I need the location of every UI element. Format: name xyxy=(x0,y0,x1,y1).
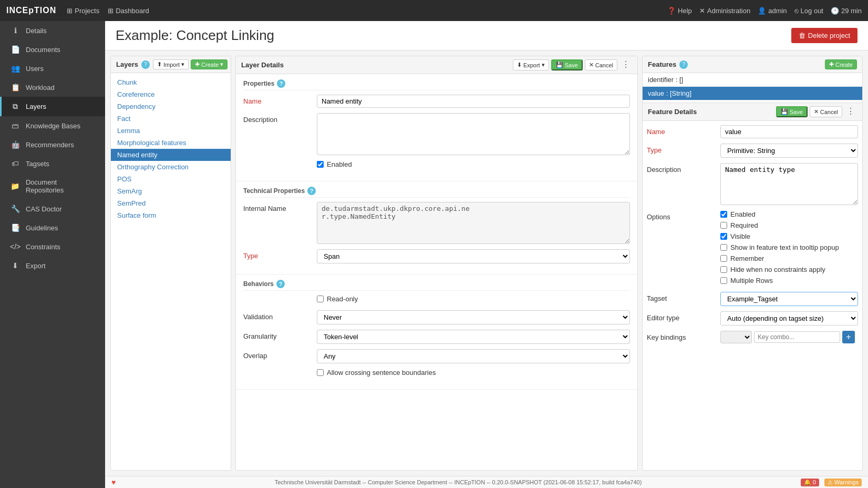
feature-item-identifier[interactable]: identifier : [] xyxy=(643,73,862,87)
layers-panel-title: Layers xyxy=(116,60,138,68)
features-help-icon[interactable]: ? xyxy=(679,60,688,69)
opt-visible-checkbox[interactable] xyxy=(720,233,727,240)
fd-type-select[interactable]: Primitive: String Primitive: Integer Pri… xyxy=(720,144,858,158)
sidebar-item-knowledge-bases[interactable]: 🗃 Knowledge Bases xyxy=(0,116,105,135)
description-textarea[interactable] xyxy=(317,113,630,155)
granularity-select[interactable]: Token-level Character-level xyxy=(317,330,630,344)
features-panel-header: Features ? ✚ Create xyxy=(643,56,862,73)
details-icon: ℹ xyxy=(10,26,20,35)
sidebar-item-users[interactable]: 👥 Users xyxy=(0,59,105,78)
layers-import-button[interactable]: ⬆ Import ▾ xyxy=(153,59,189,69)
help-link[interactable]: ❓ Help xyxy=(667,7,692,15)
feature-cancel-button[interactable]: ✕ Cancel xyxy=(810,106,842,117)
opt-remember-checkbox[interactable] xyxy=(720,255,727,262)
logout-link[interactable]: ⎋ Log out xyxy=(794,7,823,15)
sidebar-label-details: Details xyxy=(26,27,47,35)
layer-details-kebab[interactable]: ⋮ xyxy=(619,59,632,70)
feature-save-button[interactable]: 💾 Save xyxy=(776,106,808,117)
overlap-select[interactable]: Any None Overlap only xyxy=(317,349,630,363)
fd-key-bindings-row: Key bindings + xyxy=(647,331,858,343)
layer-save-button[interactable]: 💾 Save xyxy=(551,59,583,70)
sidebar-item-workload[interactable]: 📋 Workload xyxy=(0,78,105,97)
feature-save-icon: 💾 xyxy=(781,108,788,115)
sidebar-item-tagsets[interactable]: 🏷 Tagsets xyxy=(0,154,105,173)
technical-help-icon[interactable]: ? xyxy=(307,187,316,195)
status-text: Technische Universität Darmstadt -- Comp… xyxy=(275,479,642,485)
opt-required-row: Required xyxy=(720,221,839,229)
layer-item-named-entity[interactable]: Named entity xyxy=(111,149,231,161)
crossing-checkbox[interactable] xyxy=(317,369,324,376)
fd-options-row: Options Enabled Required xyxy=(647,210,858,287)
layer-item-fact[interactable]: Fact xyxy=(111,113,231,125)
opt-hide-text: Hide when no constraints apply xyxy=(730,266,825,273)
layer-item-chunk[interactable]: Chunk xyxy=(111,76,231,88)
save-icon: 💾 xyxy=(556,62,563,68)
opt-required-checkbox[interactable] xyxy=(720,222,727,229)
sidebar-item-document-repositories[interactable]: 📁 Document Repositories xyxy=(0,173,105,199)
sidebar-item-layers[interactable]: ⧉ Layers xyxy=(0,97,105,116)
fd-key-combo-input[interactable] xyxy=(754,331,840,343)
sidebar-item-guidelines[interactable]: 📑 Guidelines xyxy=(0,218,105,237)
enabled-checkbox[interactable] xyxy=(317,161,324,168)
layer-item-orthography[interactable]: Orthography Correction xyxy=(111,161,231,173)
layer-item-lemma[interactable]: Lemma xyxy=(111,125,231,137)
layer-cancel-button[interactable]: ✕ Cancel xyxy=(585,59,617,70)
type-select[interactable]: Span Relation Chain xyxy=(317,249,630,263)
features-create-button[interactable]: ✚ Create xyxy=(825,59,857,69)
export-icon: ⬇ xyxy=(10,261,20,270)
layer-item-surface[interactable]: Surface form xyxy=(111,209,231,221)
feature-details-kebab[interactable]: ⋮ xyxy=(844,106,857,117)
feature-item-value[interactable]: value : [String] xyxy=(643,87,862,100)
fd-key-modifier-select[interactable] xyxy=(720,331,752,343)
layers-help-icon[interactable]: ? xyxy=(141,60,150,69)
fd-name-row: Name xyxy=(647,125,858,138)
fd-name-input[interactable] xyxy=(720,125,858,138)
fd-type-label: Type xyxy=(647,144,715,154)
validation-select[interactable]: Never Always On save xyxy=(317,310,630,324)
description-row: Description xyxy=(243,113,630,155)
layer-details-title: Layer Details xyxy=(241,61,284,69)
nav-projects[interactable]: ⊞ Projects xyxy=(67,7,99,15)
opt-hide-checkbox[interactable] xyxy=(720,266,727,273)
sidebar-label-users: Users xyxy=(26,65,44,73)
sidebar-item-documents[interactable]: 📄 Documents xyxy=(0,40,105,59)
enabled-checkbox-row: Enabled xyxy=(317,160,352,168)
fd-key-add-button[interactable]: + xyxy=(842,331,855,343)
layer-item-coreference[interactable]: Coreference xyxy=(111,88,231,100)
opt-tooltip-checkbox[interactable] xyxy=(720,244,727,251)
layer-item-sempred[interactable]: SemPred xyxy=(111,197,231,209)
warnings-badge[interactable]: ⚠ Warnings xyxy=(824,479,862,486)
sidebar-item-details[interactable]: ℹ Details xyxy=(0,21,105,40)
layer-item-morphological[interactable]: Morphological features xyxy=(111,137,231,149)
layer-item-pos[interactable]: POS xyxy=(111,173,231,185)
delete-project-button[interactable]: 🗑 Delete project xyxy=(791,28,857,43)
internal-name-input: de.tudarmstadt.ukp.dkpro.core.api.ne r.t… xyxy=(317,202,630,244)
readonly-checkbox[interactable] xyxy=(317,296,324,302)
fd-tagset-select[interactable]: Example_Tagset xyxy=(720,292,858,306)
behaviors-help-icon[interactable]: ? xyxy=(276,280,285,288)
layers-create-button[interactable]: ✚ Create ▾ xyxy=(191,59,228,69)
nav-dashboard[interactable]: ⊞ Dashboard xyxy=(108,7,149,15)
opt-enabled-checkbox[interactable] xyxy=(720,211,727,218)
sidebar-item-cas-doctor[interactable]: 🔧 CAS Doctor xyxy=(0,199,105,218)
layer-item-dependency[interactable]: Dependency xyxy=(111,100,231,113)
session-time: 🕐 29 min xyxy=(831,7,862,15)
content-header: Example: Concept Linking 🗑 Delete projec… xyxy=(105,21,868,50)
tagsets-icon: 🏷 xyxy=(10,159,20,168)
name-input[interactable] xyxy=(317,95,630,108)
fd-editor-type-label: Editor type xyxy=(647,311,715,322)
fd-key-bindings-label: Key bindings xyxy=(647,331,715,341)
features-list: identifier : [] value : [String] xyxy=(643,73,862,100)
fd-editor-type-select[interactable]: Auto (depending on tagset size) Radio bu… xyxy=(720,311,858,326)
administration-link[interactable]: ✕ Administration xyxy=(699,7,750,15)
layer-item-semarg[interactable]: SemArg xyxy=(111,185,231,197)
sidebar-item-export[interactable]: ⬇ Export xyxy=(0,256,105,275)
sidebar-item-recommenders[interactable]: 🤖 Recommenders xyxy=(0,135,105,154)
properties-help-icon[interactable]: ? xyxy=(277,79,285,88)
opt-multirow-checkbox[interactable] xyxy=(720,277,727,284)
user-link[interactable]: 👤 admin xyxy=(758,7,787,15)
layer-export-button[interactable]: ⬇ Export ▾ xyxy=(513,59,549,70)
fd-description-textarea[interactable]: Named entity type xyxy=(720,163,858,205)
overlap-label: Overlap xyxy=(243,349,312,360)
sidebar-item-constraints[interactable]: </> Constraints xyxy=(0,237,105,256)
